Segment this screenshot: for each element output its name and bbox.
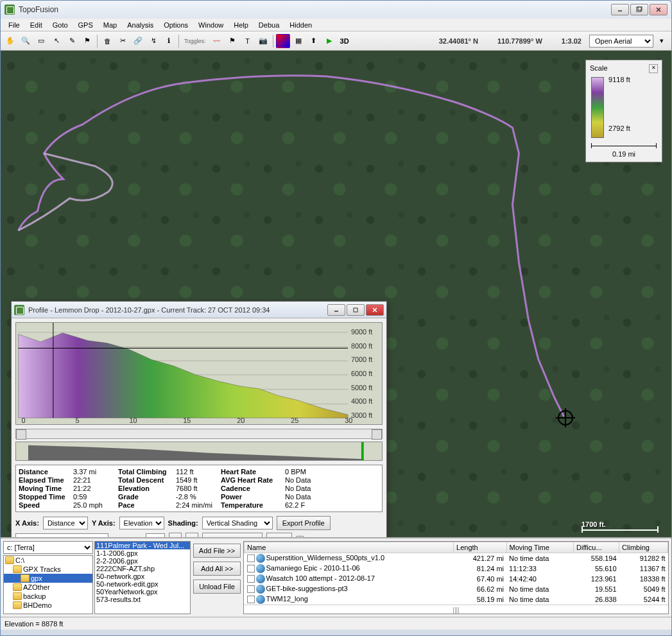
toggle-photo-icon[interactable]: 📷 — [256, 34, 270, 48]
export-icon[interactable]: ⬆ — [307, 34, 321, 48]
add-all-button[interactable]: Add All >> — [193, 562, 241, 576]
menu-help[interactable]: Help — [228, 20, 254, 30]
y-axis-select[interactable]: Elevation — [119, 517, 164, 529]
add-file-button[interactable]: Add File >> — [193, 544, 241, 558]
export-profile-button[interactable]: Export Profile — [277, 516, 331, 530]
flag-tool-icon[interactable]: ⚑ — [80, 34, 94, 48]
speed-input[interactable] — [146, 533, 165, 537]
file-item[interactable]: 2-2-2006.gpx — [95, 557, 190, 565]
menu-options[interactable]: Options — [159, 20, 193, 30]
menu-hidden[interactable]: Hidden — [284, 20, 317, 30]
info-tool-icon[interactable]: ℹ — [162, 34, 176, 48]
layers-icon[interactable]: ▦ — [291, 34, 306, 48]
folder-item[interactable]: GPX Tracks — [4, 565, 92, 574]
folder-item[interactable]: backup — [4, 592, 92, 601]
folder-icon — [13, 601, 22, 609]
link-tool-icon[interactable]: 🔗 — [131, 34, 145, 48]
edit-tool-icon[interactable]: ✎ — [65, 34, 79, 48]
map-type-select[interactable]: Open Aerial — [589, 35, 653, 47]
play-icon[interactable]: ▶ — [322, 34, 336, 48]
row-checkbox[interactable] — [247, 554, 255, 562]
menu-debua[interactable]: Debua — [254, 20, 284, 30]
pointer-tool-icon[interactable]: ↖ — [49, 34, 64, 48]
file-list[interactable]: 111Palmer Park - Wed Jul...1-1-2006.gpx2… — [94, 541, 191, 614]
unload-file-button[interactable]: Unload File — [193, 580, 241, 594]
row-checkbox[interactable] — [247, 596, 255, 603]
profile-maximize-button[interactable] — [347, 304, 365, 316]
profile-title-bar[interactable]: Profile - Lemmon Drop - 2012-10-27.gpx -… — [12, 302, 386, 318]
speed-minus-button[interactable]: - — [185, 533, 198, 537]
stat-label: Distance — [19, 468, 73, 476]
x-axis-select[interactable]: Distance — [43, 517, 88, 529]
map-viewport[interactable]: Scale ✕ 9118 ft 2792 ft 0.19 mi 1700 ft. — [1, 51, 671, 537]
stat-value: No Data — [285, 476, 330, 484]
file-item[interactable]: 1-1-2006.gpx — [95, 549, 190, 557]
delete-tool-icon[interactable]: 🗑 — [100, 34, 114, 48]
row-checkbox[interactable] — [247, 575, 255, 583]
stat-label: Total Descent — [118, 476, 176, 484]
profile-overview[interactable] — [15, 442, 383, 461]
table-row[interactable]: Samaniego Epic - 2010-11-0681.24 mi11:12… — [245, 563, 668, 574]
playback-time-input[interactable] — [15, 533, 108, 537]
row-checkbox[interactable] — [247, 585, 255, 593]
column-header[interactable]: Difficu... — [574, 542, 619, 553]
folder-item[interactable]: gpx — [4, 574, 92, 583]
menu-goto[interactable]: Goto — [47, 20, 73, 30]
column-header[interactable]: Climbing — [619, 542, 668, 553]
close-button[interactable] — [650, 4, 668, 15]
file-item[interactable]: 2222CNF-AZT.shp — [95, 565, 190, 572]
toggle-waypoint-icon[interactable]: ⚑ — [225, 34, 239, 48]
begin-playback-button[interactable]: Begin Playback — [202, 533, 263, 537]
profile-minimize-button[interactable] — [327, 304, 345, 316]
profile-scrollbar[interactable] — [15, 429, 383, 439]
scale-legend-panel[interactable]: Scale ✕ 9118 ft 2792 ft 0.19 mi — [585, 60, 662, 162]
folder-item[interactable]: AZOther — [4, 583, 92, 592]
profile-close-button[interactable] — [366, 304, 384, 316]
column-header[interactable]: Name — [245, 542, 454, 553]
table-row[interactable]: Wasatch 100 attempt - 2012-08-1767.40 mi… — [245, 574, 668, 584]
table-row[interactable]: GET-bike-suggestions-pt366.62 miNo time … — [245, 584, 668, 594]
speed-plus-button[interactable]: + — [169, 533, 182, 537]
table-row[interactable]: Superstition_Wilderness_500pts_v1.0421.2… — [245, 553, 668, 564]
file-item[interactable]: 50-network-edit.gpx — [95, 580, 190, 588]
menu-map[interactable]: Map — [98, 20, 122, 30]
follow-checkbox[interactable] — [296, 536, 304, 538]
folder-tree[interactable]: C:\GPX TracksgpxAZOtherbackupBHDemo — [3, 555, 93, 614]
profile-window[interactable]: Profile - Lemmon Drop - 2012-10-27.gpx -… — [11, 301, 387, 537]
drive-select[interactable]: c: [Terra] — [3, 541, 93, 554]
file-item[interactable]: 573-results.txt — [95, 596, 190, 603]
app-icon — [4, 4, 15, 15]
table-row[interactable]: TWM12_long58.19 miNo time data26.8385244… — [245, 594, 668, 605]
hand-tool-icon[interactable]: ✋ — [3, 34, 17, 48]
maximize-button[interactable] — [630, 4, 648, 15]
stop-playback-button[interactable]: Stop — [266, 533, 293, 537]
folder-item[interactable]: C:\ — [4, 556, 92, 565]
toggle-text-icon[interactable]: T — [241, 34, 255, 48]
toggle-track-icon[interactable]: 〰 — [210, 34, 224, 48]
file-item[interactable]: 111Palmer Park - Wed Jul... — [95, 542, 190, 549]
menu-file[interactable]: File — [3, 20, 25, 30]
menu-edit[interactable]: Edit — [25, 20, 47, 30]
menu-analysis[interactable]: Analysis — [122, 20, 159, 30]
menu-window[interactable]: Window — [193, 20, 228, 30]
gpx-table[interactable]: NameLengthMoving TimeDifficu...Climbing … — [243, 541, 669, 614]
column-header[interactable]: Length — [454, 542, 506, 553]
cut-tool-icon[interactable]: ✂ — [116, 34, 130, 48]
row-checkbox[interactable] — [247, 565, 255, 572]
route-tool-icon[interactable]: ↯ — [146, 34, 160, 48]
column-header[interactable]: Moving Time — [506, 542, 574, 553]
scale-close-icon[interactable]: ✕ — [649, 64, 658, 73]
3d-label[interactable]: 3D — [340, 37, 349, 45]
menu-gps[interactable]: GPS — [73, 20, 98, 30]
elevation-chart[interactable]: 9000 ft8000 ft7000 ft6000 ft5000 ft4000 … — [15, 322, 383, 425]
minimize-button[interactable] — [611, 4, 629, 15]
file-item[interactable]: 50YearNetwork.gpx — [95, 588, 190, 596]
folder-item[interactable]: BHDemo — [4, 601, 92, 610]
gradient-icon[interactable] — [276, 34, 290, 48]
globe-icon — [256, 554, 265, 563]
select-tool-icon[interactable]: ▭ — [34, 34, 48, 48]
file-item[interactable]: 50-network.gpx — [95, 572, 190, 580]
zoom-tool-icon[interactable]: 🔍 — [19, 34, 33, 48]
map-type-dropdown-icon[interactable]: ▾ — [655, 34, 669, 48]
shading-select[interactable]: Vertical Shading — [202, 517, 273, 529]
